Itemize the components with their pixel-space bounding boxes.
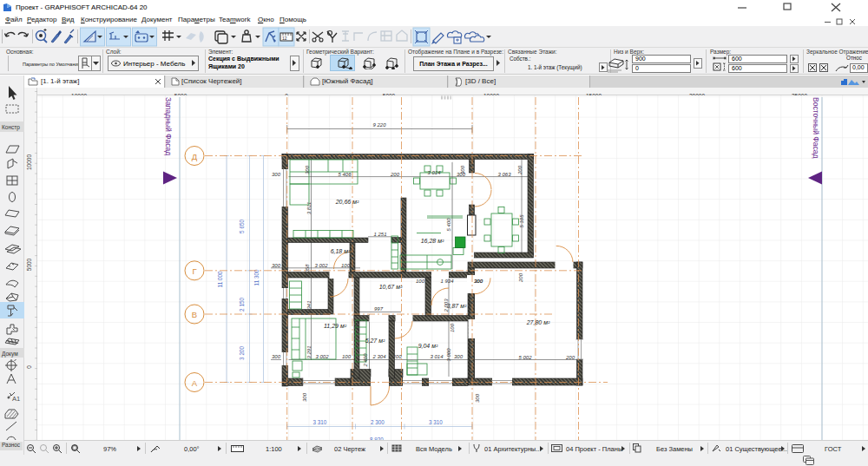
svg-text:100: 100 xyxy=(416,279,425,284)
svg-text:1 341: 1 341 xyxy=(306,300,312,313)
svg-text:3 063: 3 063 xyxy=(497,172,511,177)
svg-text:300: 300 xyxy=(454,354,464,359)
svg-text:20,66 м²: 20,66 м² xyxy=(335,199,359,205)
svg-text:100: 100 xyxy=(341,263,351,268)
svg-text:200: 200 xyxy=(517,165,523,175)
svg-text:300: 300 xyxy=(474,279,483,284)
svg-text:5 002: 5 002 xyxy=(518,355,532,360)
svg-text:3 310: 3 310 xyxy=(429,419,443,425)
svg-text:300: 300 xyxy=(272,263,281,268)
svg-text:3 014: 3 014 xyxy=(430,354,444,359)
svg-text:100: 100 xyxy=(342,354,352,359)
svg-text:Констр: Констр xyxy=(2,124,20,131)
svg-text:2 400: 2 400 xyxy=(363,353,368,368)
svg-text:11 300: 11 300 xyxy=(253,269,260,286)
svg-text:Г: Г xyxy=(192,266,196,276)
svg-text:300: 300 xyxy=(302,392,307,402)
svg-text:200: 200 xyxy=(518,272,523,283)
svg-text:3 811: 3 811 xyxy=(306,202,312,215)
svg-text:Восточный Фасад: Восточный Фасад xyxy=(812,97,820,158)
svg-text:5,27 м²: 5,27 м² xyxy=(365,338,385,344)
svg-text:5 406: 5 406 xyxy=(338,172,352,177)
svg-text:2 058: 2 058 xyxy=(305,264,310,279)
svg-text:16,28 м²: 16,28 м² xyxy=(421,238,444,244)
svg-text:6,18 м²: 6,18 м² xyxy=(331,248,351,254)
svg-text:200: 200 xyxy=(390,172,400,177)
svg-text:А: А xyxy=(192,378,198,388)
svg-text:Д: Д xyxy=(192,152,198,161)
svg-text:Докум: Докум xyxy=(2,351,18,358)
svg-text:3 000: 3 000 xyxy=(446,348,451,362)
svg-text:100: 100 xyxy=(450,323,455,332)
svg-text:1 934: 1 934 xyxy=(440,279,454,284)
svg-text:3 200: 3 200 xyxy=(239,346,245,360)
svg-text:3 014: 3 014 xyxy=(427,170,441,175)
svg-text:3 002: 3 002 xyxy=(315,354,329,359)
svg-text:2 304: 2 304 xyxy=(372,354,386,359)
svg-text:2 300: 2 300 xyxy=(371,419,385,425)
svg-text:5 400: 5 400 xyxy=(446,218,451,232)
svg-text:3 291: 3 291 xyxy=(306,345,312,358)
svg-text:12: 12 xyxy=(282,36,287,41)
svg-text:Западный Фасад: Западный Фасад xyxy=(164,97,173,155)
svg-text:11,29 м²: 11,29 м² xyxy=(324,323,347,329)
svg-text:9,04 м²: 9,04 м² xyxy=(418,343,438,349)
svg-text:300: 300 xyxy=(460,165,465,174)
svg-text:300: 300 xyxy=(475,393,480,403)
svg-text:300: 300 xyxy=(272,172,281,177)
svg-text:5 105: 5 105 xyxy=(519,214,524,228)
svg-text:A1: A1 xyxy=(12,395,20,403)
svg-text:300: 300 xyxy=(305,165,310,174)
svg-text:200: 200 xyxy=(565,355,575,360)
svg-text:2 150: 2 150 xyxy=(239,298,245,312)
svg-text:100: 100 xyxy=(354,320,359,330)
svg-text:10,67 м²: 10,67 м² xyxy=(379,284,403,290)
svg-text:27,80 м²: 27,80 м² xyxy=(526,319,550,325)
svg-text:200: 200 xyxy=(391,354,402,359)
svg-text:5 650: 5 650 xyxy=(239,220,245,233)
svg-text:1 251: 1 251 xyxy=(373,232,386,237)
svg-text:3 002: 3 002 xyxy=(314,263,328,268)
svg-text:9 220: 9 220 xyxy=(372,122,386,128)
svg-text:997: 997 xyxy=(374,306,384,312)
svg-text:11 000: 11 000 xyxy=(217,271,223,287)
svg-text:В: В xyxy=(192,310,197,319)
svg-text:3 310: 3 310 xyxy=(313,419,327,425)
svg-text:3,87 м²: 3,87 м² xyxy=(447,303,467,309)
svg-text:300: 300 xyxy=(272,354,281,359)
